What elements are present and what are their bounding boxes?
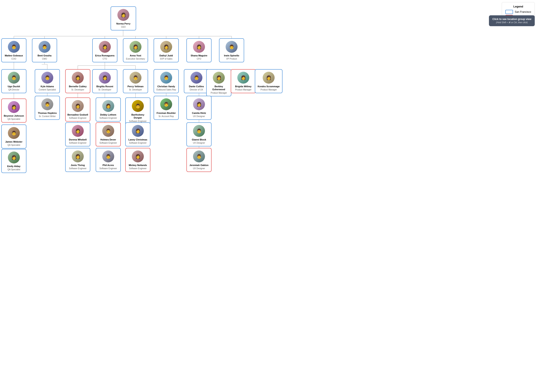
title-anna: Executive Secretary xyxy=(125,57,146,60)
card-berkley[interactable]: 👩 Berkley Esherwood Product Manager xyxy=(206,69,231,96)
card-percy[interactable]: 👨 Percy Veltman Sr. Developer xyxy=(123,69,148,93)
card-dante[interactable]: 👨 Dante Collins Director of UX xyxy=(184,69,209,93)
tooltip-sub-text: (Hold Shift + ⌘ or Ctrl, then click) xyxy=(492,21,531,24)
card-birgitta[interactable]: 👩 Birgitta Rosoni Sr. Developer xyxy=(92,69,117,93)
name-camila: Camila Hintz xyxy=(188,112,209,114)
avatar-jeremiah: 👨 xyxy=(193,151,205,162)
title-norma: CEO xyxy=(113,26,134,28)
location-group-view-button[interactable]: Click to see location group view (Hold S… xyxy=(489,15,535,26)
title-bartholemy: Software Engineer xyxy=(127,120,148,123)
title-bent: CMO xyxy=(34,57,55,60)
card-jonis[interactable]: 👩 Jonis Thring Software Engineer xyxy=(65,148,90,172)
card-norma[interactable]: 👩 Norma Perry CEO xyxy=(111,6,136,30)
legend-title: Legend xyxy=(505,5,531,8)
title-gianni: UX Designer xyxy=(188,142,209,144)
card-bernadine[interactable]: 👩 Bernadine Godsell Software Engineer xyxy=(65,98,90,122)
avatar-freeman: 👨 xyxy=(160,98,172,110)
title-dante: Director of UX xyxy=(186,88,207,91)
card-matteo[interactable]: 👨 Matteo Gobeaux COO xyxy=(1,38,26,62)
name-bernelle: Bernelle Cubley xyxy=(67,85,88,88)
card-dorena[interactable]: 👩 Dorena Whebell Software Engineer xyxy=(65,122,90,146)
card-mickey[interactable]: 👩 Mickey Neilands Software Engineer xyxy=(125,148,150,172)
avatar-bartholemy: 👨 xyxy=(132,100,144,112)
title-birgitta: Sr. Developer xyxy=(94,88,115,91)
title-holmes: Software Engineer xyxy=(98,142,119,144)
title-dathyl: SVP of Sales xyxy=(156,57,177,60)
card-erica[interactable]: 👩 Erica Romaguera CTO xyxy=(92,38,117,62)
name-dante: Dante Collins xyxy=(186,85,207,88)
name-beyonce: Beyonce Johnson xyxy=(3,114,24,117)
card-kyle[interactable]: 👨 Kyle Adams Content Specialist xyxy=(35,69,60,93)
title-laney: Software Engineer xyxy=(127,142,148,144)
name-berkley: Berkley Esherwood xyxy=(208,85,229,91)
avatar-anna: 👩 xyxy=(130,41,141,53)
name-ugo: Ugo Duckit xyxy=(3,85,24,88)
title-emily: QA Specialist xyxy=(3,168,24,171)
avatar-brigida: 👩 xyxy=(237,72,249,84)
name-jeremiah: Jeremiah Oakton xyxy=(188,164,209,167)
title-ugo: QA Director xyxy=(3,88,24,91)
avatar-bernelle: 👩 xyxy=(72,72,84,84)
avatar-thomas: 👨 xyxy=(41,98,53,110)
name-irwin: Irwin Spinello xyxy=(221,54,242,57)
title-percy: Sr. Developer xyxy=(125,88,146,91)
avatar-dorena: 👩 xyxy=(72,125,84,137)
title-dorena: Software Engineer xyxy=(67,142,88,144)
avatar-erica: 👩 xyxy=(99,41,111,53)
avatar-kyle: 👨 xyxy=(41,72,53,84)
card-shana[interactable]: 👩 Shana Maguire CFO xyxy=(186,38,212,62)
card-dathyl[interactable]: 👩 Dathyl Judd SVP of Sales xyxy=(154,38,179,62)
name-debby: Debby Lethem xyxy=(98,113,119,116)
name-holmes: Holmes Dever xyxy=(98,138,119,141)
card-james[interactable]: 👨 James Webster QA Specialist xyxy=(1,124,26,149)
avatar-bent: 👨 xyxy=(38,41,50,53)
card-emily[interactable]: 👩 Emily Alday QA Specialist xyxy=(1,149,26,173)
name-freeman: Freeman Beuhler xyxy=(156,112,177,114)
name-christian: Christian Vandy xyxy=(156,85,177,88)
avatar-james: 👨 xyxy=(8,127,20,139)
avatar-debby: 👩 xyxy=(102,100,114,112)
name-thomas: Thomas Hopkins xyxy=(37,112,58,114)
avatar-birgitta: 👩 xyxy=(99,72,111,84)
title-kendra: Product Manager xyxy=(257,88,280,91)
title-christian: Outbound Sales Rep xyxy=(156,88,177,91)
title-irwin: VP Product xyxy=(221,57,242,60)
name-bent: Bent Grasha xyxy=(34,54,55,57)
name-norma: Norma Perry xyxy=(113,22,134,25)
card-brigida[interactable]: 👩 Brigida Withey Product Manager xyxy=(231,69,256,93)
title-mickey: Software Engineer xyxy=(127,167,148,170)
card-anna[interactable]: 👩 Anna Yost Executive Secretary xyxy=(123,38,148,62)
name-mickey: Mickey Neilands xyxy=(127,164,148,167)
avatar-camila: 👩 xyxy=(193,98,205,110)
card-ugo[interactable]: 👨 Ugo Duckit QA Director xyxy=(1,69,26,93)
card-phil[interactable]: 👨 Phil Acres Software Engineer xyxy=(96,148,121,172)
card-christian[interactable]: 👨 Christian Vandy Outbound Sales Rep xyxy=(154,69,179,93)
card-bernelle[interactable]: 👩 Bernelle Cubley Sr. Developer xyxy=(65,69,90,93)
name-dorena: Dorena Whebell xyxy=(67,138,88,141)
card-bartholemy[interactable]: 👨 Bartholemy Durgan Software Engineer xyxy=(125,98,150,125)
card-irwin[interactable]: 👨 Irwin Spinello VP Product xyxy=(219,38,244,62)
card-freeman[interactable]: 👨 Freeman Beuhler Sr. Account Rep xyxy=(154,96,179,120)
avatar-berkley: 👩 xyxy=(213,72,225,84)
title-bernelle: Sr. Developer xyxy=(67,88,88,91)
card-thomas[interactable]: 👨 Thomas Hopkins Sr. Content Writer xyxy=(35,96,60,120)
card-gianni[interactable]: 👨 Gianni Block UX Designer xyxy=(186,122,212,146)
avatar-bernadine: 👩 xyxy=(72,100,84,112)
avatar-kendra: 👩 xyxy=(263,72,275,84)
title-brigida: Product Manager xyxy=(233,88,254,91)
name-erica: Erica Romaguera xyxy=(94,54,115,57)
card-laney[interactable]: 👩 Laney Christmas Software Engineer xyxy=(125,122,150,146)
card-debby[interactable]: 👩 Debby Lethem Software Engineer xyxy=(96,98,121,122)
card-bent[interactable]: 👨 Bent Grasha CMO xyxy=(32,38,57,62)
card-camila[interactable]: 👩 Camila Hintz UX Designer xyxy=(186,96,212,120)
name-brigida: Brigida Withey xyxy=(233,85,254,88)
card-kendra[interactable]: 👩 Kendra Scrammage Product Manager xyxy=(255,69,283,93)
title-berkley: Product Manager xyxy=(208,91,229,94)
legend-label-sf: San Francisco xyxy=(515,10,531,13)
card-jeremiah[interactable]: 👨 Jeremiah Oakton UX Designer xyxy=(186,148,212,172)
name-percy: Percy Veltman xyxy=(125,85,146,88)
name-birgitta: Birgitta Rosoni xyxy=(94,85,115,88)
card-holmes[interactable]: 👨 Holmes Dever Software Engineer xyxy=(96,122,121,146)
title-thomas: Sr. Content Writer xyxy=(37,115,58,118)
card-beyonce[interactable]: 👩 Beyonce Johnson QA Specialist xyxy=(1,99,26,123)
